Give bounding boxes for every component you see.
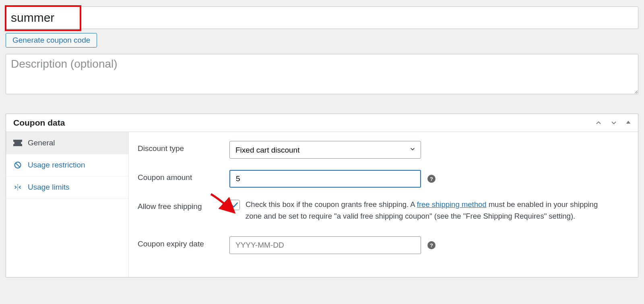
coupon-expiry-label: Coupon expiry date [138,236,229,248]
coupon-amount-input[interactable] [229,170,421,188]
free-shipping-help-text: Check this box if the coupon grants free… [246,199,616,222]
collapse-toggle-icon[interactable] [625,119,632,127]
move-down-icon[interactable] [610,119,618,127]
prohibited-icon [13,161,22,169]
help-icon[interactable]: ? [427,241,436,249]
coupon-data-header: Coupon data [6,114,638,132]
discount-type-label: Discount type [138,141,229,153]
tab-usage-restriction[interactable]: Usage restriction [6,154,128,176]
tab-label: Usage limits [28,183,69,192]
svg-marker-0 [626,121,631,124]
coupon-data-header-actions [594,119,632,127]
svg-line-2 [16,163,20,168]
coupon-code-input[interactable] [6,6,638,29]
allow-free-shipping-row: Allow free shipping Check this box if th… [138,199,629,222]
coupon-data-panel: Coupon data General [6,114,638,277]
free-shipping-method-link[interactable]: free shipping method [417,200,487,209]
allow-free-shipping-label: Allow free shipping [138,199,229,211]
arrows-collapse-icon [13,183,22,191]
general-panel: Discount type Fixed cart discount [129,132,638,277]
ticket-icon [13,140,22,146]
discount-type-select[interactable]: Fixed cart discount [229,141,421,159]
help-text-before: Check this box if the coupon grants free… [246,200,417,209]
tab-label: General [28,139,55,147]
tab-label: Usage restriction [28,161,85,170]
coupon-amount-row: Coupon amount ? [138,170,629,188]
tab-usage-limits[interactable]: Usage limits [6,176,128,199]
coupon-data-title: Coupon data [13,118,65,128]
generate-coupon-code-button[interactable]: Generate coupon code [6,33,97,48]
tab-general[interactable]: General [6,132,128,154]
help-icon[interactable]: ? [427,175,436,183]
move-up-icon[interactable] [594,119,603,127]
coupon-amount-label: Coupon amount [138,170,229,182]
coupon-expiry-row: Coupon expiry date ? [138,236,629,254]
discount-type-row: Discount type Fixed cart discount [138,141,629,159]
coupon-expiry-input[interactable] [229,236,421,254]
free-shipping-checkbox[interactable] [229,200,240,210]
coupon-description-textarea[interactable] [6,54,638,94]
coupon-title-wrap [6,6,638,29]
coupon-data-tabs: General Usage restriction Usage limits [6,132,129,277]
